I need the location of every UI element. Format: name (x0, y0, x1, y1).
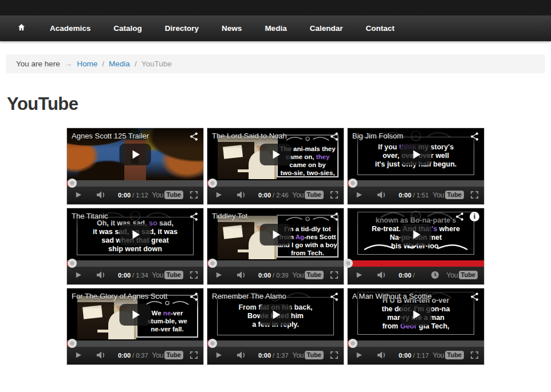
fullscreen-icon[interactable] (330, 191, 339, 199)
video-title[interactable]: Agnes Scott 125 Trailer (72, 132, 189, 140)
youtube-logo[interactable]: YouTube (432, 191, 464, 199)
progress-bar[interactable] (67, 340, 203, 347)
progress-bar[interactable] (207, 180, 344, 187)
play-button-overlay[interactable] (120, 304, 151, 326)
nav-item-contact[interactable]: Contact (354, 15, 406, 41)
progress-bar[interactable] (348, 260, 484, 267)
playhead-knob[interactable] (348, 339, 357, 348)
play-button-overlay[interactable] (120, 224, 151, 246)
play-icon[interactable] (74, 191, 82, 199)
nav-item-news[interactable]: News (210, 15, 253, 41)
volume-icon[interactable] (237, 191, 247, 199)
nav-item-media[interactable]: Media (253, 15, 298, 41)
play-button-overlay[interactable] (260, 304, 292, 326)
video-thumbnail[interactable]: ASC If you think my story'sover, over ov… (348, 128, 484, 180)
progress-bar[interactable] (67, 260, 203, 267)
play-icon[interactable] (215, 191, 222, 199)
youtube-logo[interactable]: YouTube (292, 351, 324, 359)
share-icon[interactable] (470, 132, 479, 141)
progress-bar[interactable] (207, 260, 344, 267)
volume-icon[interactable] (377, 271, 387, 279)
youtube-logo[interactable]: YouTube (292, 271, 324, 279)
share-icon[interactable] (189, 212, 199, 221)
breadcrumb-link-media[interactable]: Media (109, 60, 130, 68)
breadcrumb-link-home[interactable]: Home (77, 60, 97, 68)
playhead-knob[interactable] (348, 179, 357, 188)
video-title[interactable]: Big Jim Folsom (352, 132, 470, 140)
video-title[interactable]: The Lord Said to Noah (212, 132, 329, 140)
share-icon[interactable] (329, 132, 339, 141)
volume-icon[interactable] (96, 271, 107, 279)
nav-item-directory[interactable]: Directory (154, 15, 210, 41)
share-icon[interactable] (470, 292, 479, 302)
video-thumbnail[interactable]: ASC From flat on his back,Bowie killed h… (207, 288, 344, 340)
play-button-overlay[interactable] (400, 304, 432, 326)
video-thumbnail[interactable]: We ne-verstum-ble, wene-ver fall. For Th… (67, 288, 203, 340)
fullscreen-icon[interactable] (190, 351, 198, 359)
video-title[interactable]: Remember The Alamo (212, 292, 329, 300)
share-icon[interactable] (455, 212, 465, 221)
video-title[interactable]: For The Glory of Agnes Scott (72, 292, 189, 300)
play-icon[interactable] (355, 191, 363, 199)
play-button-overlay[interactable] (260, 224, 292, 246)
fullscreen-icon[interactable] (330, 271, 339, 279)
youtube-logo[interactable]: YouTube (292, 191, 324, 199)
play-button-overlay[interactable] (400, 144, 432, 165)
video-thumbnail[interactable]: ASC H U B writ-ten o-verthe door. I'm go… (348, 288, 484, 340)
video-thumbnail[interactable]: Agnes Scott 125 Trailer (67, 128, 203, 180)
fullscreen-icon[interactable] (190, 191, 198, 199)
play-button-overlay[interactable] (400, 224, 432, 246)
volume-icon[interactable] (377, 191, 387, 199)
volume-icon[interactable] (96, 351, 107, 359)
volume-icon[interactable] (96, 191, 107, 199)
fullscreen-icon[interactable] (190, 271, 198, 279)
video-title[interactable]: A Man Without a Scottie (352, 292, 470, 300)
play-icon[interactable] (74, 271, 82, 279)
play-button-overlay[interactable] (260, 144, 292, 165)
playhead-knob[interactable] (208, 179, 217, 188)
playhead-knob[interactable] (208, 339, 217, 348)
video-title[interactable]: The Titanic (72, 212, 189, 220)
info-icon[interactable]: i (470, 212, 479, 221)
share-icon[interactable] (329, 292, 339, 302)
playhead-knob[interactable] (68, 259, 77, 268)
progress-bar[interactable] (67, 180, 203, 187)
playhead-knob[interactable] (68, 179, 77, 188)
progress-bar[interactable] (207, 340, 344, 347)
video-thumbnail[interactable]: The ani-mals theycame on, theycame on by… (207, 128, 344, 180)
playhead-knob[interactable] (68, 339, 77, 348)
play-button-overlay[interactable] (120, 144, 151, 165)
volume-icon[interactable] (237, 271, 247, 279)
fullscreen-icon[interactable] (470, 191, 479, 199)
video-thumbnail[interactable]: ASC Oh, it was sad, so sad,it was sad, s… (67, 208, 203, 260)
play-icon[interactable] (74, 351, 82, 359)
clock-icon[interactable] (431, 271, 439, 279)
progress-bar[interactable] (348, 180, 484, 187)
video-title[interactable]: Tiddley Tot (212, 212, 329, 220)
youtube-logo[interactable]: YouTube (152, 351, 183, 359)
nav-item-academics[interactable]: Academics (38, 15, 102, 41)
play-icon[interactable] (355, 271, 363, 279)
nav-item-calendar[interactable]: Calendar (298, 15, 355, 41)
youtube-logo[interactable]: YouTube (152, 271, 183, 279)
volume-icon[interactable] (377, 351, 387, 359)
video-thumbnail[interactable]: ASC known as Bo-na-parte'sRe-treat. And … (348, 208, 484, 260)
fullscreen-icon[interactable] (330, 351, 339, 359)
nav-item-catalog[interactable]: Catalog (102, 15, 154, 41)
playhead-knob[interactable] (344, 259, 353, 268)
fullscreen-icon[interactable] (470, 351, 479, 359)
share-icon[interactable] (329, 212, 339, 221)
progress-bar[interactable] (348, 340, 484, 347)
playhead-knob[interactable] (208, 259, 217, 268)
volume-icon[interactable] (237, 351, 247, 359)
youtube-logo[interactable]: YouTube (432, 351, 464, 359)
youtube-logo[interactable]: YouTube (152, 191, 183, 199)
play-icon[interactable] (355, 351, 363, 359)
play-icon[interactable] (215, 351, 222, 359)
nav-home-button[interactable] (17, 23, 26, 34)
youtube-logo[interactable]: YouTube (446, 271, 478, 279)
video-thumbnail[interactable]: I'm a tid-dly totfrom Ag-nes Scottand I … (207, 208, 344, 260)
play-icon[interactable] (215, 271, 222, 279)
share-icon[interactable] (189, 132, 199, 141)
share-icon[interactable] (189, 292, 199, 302)
